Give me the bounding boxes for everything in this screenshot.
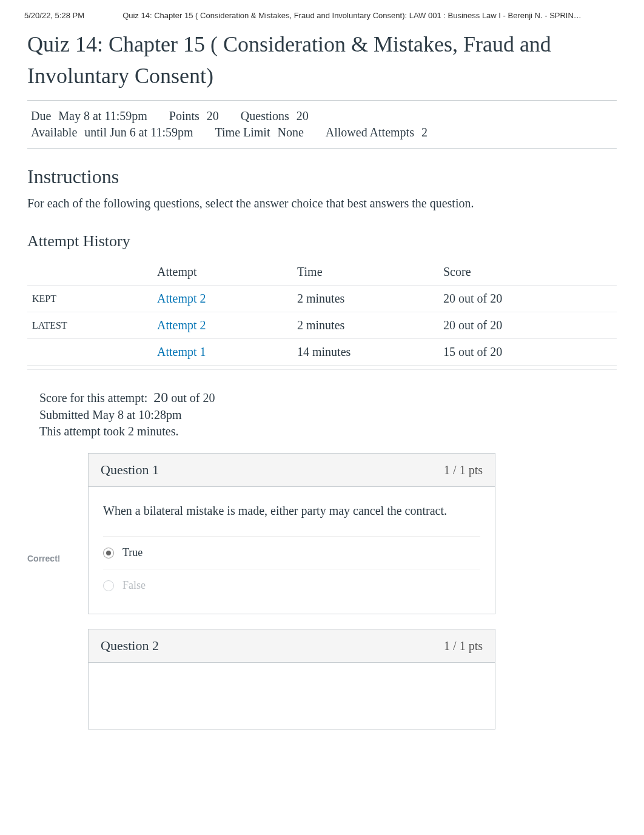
answer-text: True xyxy=(122,546,143,559)
answer-text: False xyxy=(122,579,146,592)
row-time: 2 minutes xyxy=(292,286,438,312)
available-label: Available xyxy=(31,126,77,139)
answer-option-false[interactable]: False xyxy=(103,569,480,602)
question-points: 1 / 1 pts xyxy=(444,639,483,653)
score-suffix: out of 20 xyxy=(171,391,215,404)
col-time: Time xyxy=(292,259,438,286)
points-label: Points xyxy=(169,109,200,123)
available-value: until Jun 6 at 11:59pm xyxy=(84,126,193,139)
attempt-link[interactable]: Attempt 2 xyxy=(157,318,206,332)
answer-option-true[interactable]: True xyxy=(103,536,480,569)
questions-value: 20 xyxy=(297,109,309,123)
submitted-line: Submitted May 8 at 10:28pm xyxy=(39,408,617,422)
allowedattempts-label: Allowed Attempts xyxy=(326,126,414,139)
attempt-history-table: Attempt Time Score KEPT Attempt 2 2 minu… xyxy=(27,259,617,366)
instructions-heading: Instructions xyxy=(27,166,617,188)
col-score: Score xyxy=(438,259,617,286)
row-score: 20 out of 20 xyxy=(438,312,617,339)
attempt-history-heading: Attempt History xyxy=(27,232,617,250)
answer-status-correct: Correct! xyxy=(27,453,76,614)
table-row: Attempt 1 14 minutes 15 out of 20 xyxy=(27,339,617,366)
questions-label: Questions xyxy=(241,109,289,123)
question-title: Question 1 xyxy=(101,462,159,478)
print-title: Quiz 14: Chapter 15 ( Consideration & Mi… xyxy=(84,11,620,20)
table-row: KEPT Attempt 2 2 minutes 20 out of 20 xyxy=(27,286,617,312)
points-value: 20 xyxy=(207,109,219,123)
attempt-summary: Score for this attempt: 20 out of 20 Sub… xyxy=(27,369,617,438)
row-status: LATEST xyxy=(27,312,152,339)
answer-status-placeholder xyxy=(27,629,76,729)
col-status xyxy=(27,259,152,286)
col-attempt: Attempt xyxy=(152,259,292,286)
attempt-link[interactable]: Attempt 1 xyxy=(157,345,206,358)
row-time: 14 minutes xyxy=(292,339,438,366)
due-value: May 8 at 11:59pm xyxy=(58,109,147,123)
row-score: 15 out of 20 xyxy=(438,339,617,366)
duration-line: This attempt took 2 minutes. xyxy=(39,424,617,438)
question-prompt: When a bilateral mistake is made, either… xyxy=(103,504,480,518)
row-status: KEPT xyxy=(27,286,152,312)
question-title: Question 2 xyxy=(101,638,159,654)
attempt-link[interactable]: Attempt 2 xyxy=(157,292,206,305)
score-value: 20 xyxy=(153,389,168,405)
question-card: Question 2 1 / 1 pts xyxy=(88,629,495,729)
timelimit-value: None xyxy=(277,126,303,139)
radio-icon xyxy=(103,580,114,591)
question-card: Question 1 1 / 1 pts When a bilateral mi… xyxy=(88,453,495,614)
timelimit-label: Time Limit xyxy=(215,126,270,139)
print-header: 5/20/22, 5:28 PM Quiz 14: Chapter 15 ( C… xyxy=(0,0,644,24)
row-status xyxy=(27,339,152,366)
print-timestamp: 5/20/22, 5:28 PM xyxy=(24,11,84,20)
allowedattempts-value: 2 xyxy=(421,126,428,139)
due-label: Due xyxy=(31,109,51,123)
radio-selected-icon xyxy=(103,548,114,558)
row-score: 20 out of 20 xyxy=(438,286,617,312)
score-label: Score for this attempt: xyxy=(39,391,147,404)
instructions-text: For each of the following questions, sel… xyxy=(27,196,617,210)
table-row: LATEST Attempt 2 2 minutes 20 out of 20 xyxy=(27,312,617,339)
question-points: 1 / 1 pts xyxy=(444,463,483,477)
quiz-meta: Due May 8 at 11:59pm Points 20 Questions… xyxy=(27,100,617,149)
page-title: Quiz 14: Chapter 15 ( Consideration & Mi… xyxy=(27,29,617,92)
row-time: 2 minutes xyxy=(292,312,438,339)
